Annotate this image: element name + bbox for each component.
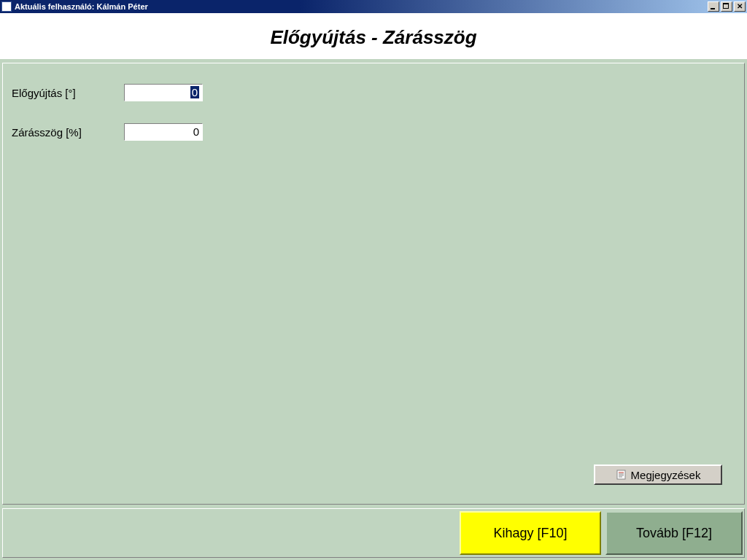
skip-button[interactable]: Kihagy [F10] [460,511,601,555]
window-title: Aktuális felhasználó: Kálmán Péter [15,2,148,11]
form-row-zarasszog: Zárásszög [%] 0 [12,123,735,141]
zarasszog-label: Zárásszög [%] [12,126,124,139]
form-row-elogyujtas: Előgyújtás [°] 0 [12,84,735,101]
notes-button-label: Megjegyzések [631,469,701,481]
next-button-label: Tovább [F12] [636,526,712,541]
minimize-button[interactable] [708,1,719,12]
zarasszog-input[interactable]: 0 [124,123,203,141]
close-button[interactable]: ✕ [734,1,746,12]
zarasszog-value: 0 [193,125,199,138]
footer-panel: Kihagy [F10] Tovább [F12] [2,508,745,558]
page-title: Előgyújtás - Zárásszög [0,26,747,49]
titlebar-controls: ✕ [706,1,746,12]
notes-icon [616,469,627,481]
next-button[interactable]: Tovább [F12] [605,511,743,555]
titlebar-left: Aktuális felhasználó: Kálmán Péter [1,1,148,12]
elogyujtas-label: Előgyújtás [°] [12,87,124,99]
content-panel: Előgyújtás [°] 0 Zárásszög [%] 0 Megjegy… [2,63,745,505]
elogyujtas-value: 0 [190,86,199,98]
svg-rect-0 [617,470,625,479]
notes-button[interactable]: Megjegyzések [594,464,722,485]
maximize-button[interactable] [721,1,732,12]
header-area: Előgyújtás - Zárásszög [0,13,747,59]
elogyujtas-input[interactable]: 0 [124,84,203,101]
skip-button-label: Kihagy [F10] [493,526,567,541]
app-icon [1,1,12,12]
titlebar: Aktuális felhasználó: Kálmán Péter ✕ [0,0,747,13]
